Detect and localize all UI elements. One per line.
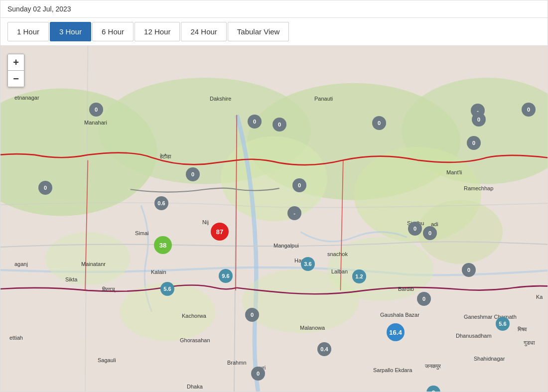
map-container[interactable]: + − DakshirePanautiManahariRamechhapMant… xyxy=(0,46,548,392)
zoom-controls: + − xyxy=(7,54,24,87)
app: Sunday 02 Jul, 2023 1 Hour 3 Hour 6 Hour… xyxy=(0,0,548,392)
marker-m14[interactable]: 0 xyxy=(89,103,103,117)
marker-m3[interactable]: 38 xyxy=(154,236,172,254)
zoom-in-button[interactable]: + xyxy=(8,54,24,70)
marker-m2[interactable]: 87 xyxy=(211,223,229,241)
marker-m30[interactable]: - xyxy=(287,206,301,220)
tab-bar: 1 Hour 3 Hour 6 Hour 12 Hour 24 Hour Tab… xyxy=(0,18,548,46)
header: Sunday 02 Jul, 2023 xyxy=(0,0,548,18)
marker-m26[interactable]: 0 xyxy=(462,263,476,277)
svg-point-11 xyxy=(242,269,359,333)
marker-m23[interactable]: 0 xyxy=(292,178,306,192)
marker-m22[interactable]: 0 xyxy=(186,167,200,181)
marker-m16[interactable]: 0 xyxy=(273,118,286,131)
marker-m6[interactable]: 3.6 xyxy=(301,257,315,271)
marker-m29[interactable]: 0 xyxy=(251,367,265,381)
marker-m19[interactable]: 0 xyxy=(522,103,536,117)
marker-m27[interactable]: 0 xyxy=(417,292,431,306)
marker-m4[interactable]: 9.6 xyxy=(219,269,233,283)
tab-tabular[interactable]: Tabular View xyxy=(228,22,289,41)
tab-6hour[interactable]: 6 Hour xyxy=(92,22,134,41)
marker-m10[interactable]: 0.4 xyxy=(317,342,331,356)
marker-m9[interactable]: 5.6 xyxy=(496,317,510,331)
svg-point-7 xyxy=(45,232,131,285)
marker-m15[interactable]: 0 xyxy=(248,115,262,129)
zoom-out-button[interactable]: − xyxy=(8,71,24,87)
tab-1hour[interactable]: 1 Hour xyxy=(7,22,49,41)
date-label: Sunday 02 Jul, 2023 xyxy=(7,5,71,13)
marker-m1[interactable]: 0.6 xyxy=(154,196,168,210)
tab-12hour[interactable]: 12 Hour xyxy=(135,22,180,41)
marker-m24[interactable]: 0 xyxy=(408,222,422,236)
tab-24hour[interactable]: 24 Hour xyxy=(181,22,226,41)
marker-m20[interactable]: 0 xyxy=(467,136,481,150)
marker-m7[interactable]: 1.2 xyxy=(352,269,366,283)
marker-m17[interactable]: 0 xyxy=(372,116,386,130)
marker-m25[interactable]: 0 xyxy=(423,226,437,240)
marker-m31[interactable]: - xyxy=(471,104,485,118)
marker-m5[interactable]: 5.6 xyxy=(160,282,174,296)
marker-m8[interactable]: 16.4 xyxy=(387,323,405,341)
tab-3hour[interactable]: 3 Hour xyxy=(50,22,91,41)
marker-m21[interactable]: 0 xyxy=(38,181,52,195)
map-background xyxy=(0,46,548,392)
marker-m28[interactable]: 0 xyxy=(245,308,259,322)
